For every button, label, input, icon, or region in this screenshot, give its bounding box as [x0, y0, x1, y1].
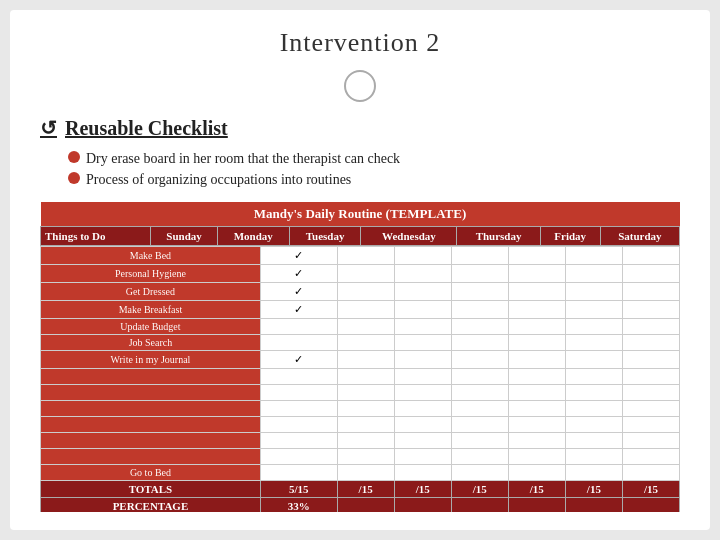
table-row	[41, 385, 680, 401]
title-divider	[344, 70, 376, 102]
day-cell: ✓	[260, 247, 337, 265]
day-cell	[451, 417, 508, 433]
day-cell	[565, 401, 622, 417]
day-cell	[508, 247, 565, 265]
day-cell	[508, 369, 565, 385]
day-cell	[394, 247, 451, 265]
day-cell	[565, 301, 622, 319]
table-row: Write in my Journal✓	[41, 351, 680, 369]
day-cell	[508, 465, 565, 481]
day-cell	[622, 283, 679, 301]
day-cell	[337, 301, 394, 319]
day-cell	[451, 247, 508, 265]
day-cell	[565, 417, 622, 433]
bullet-text-2: Process of organizing occupations into r…	[86, 169, 351, 190]
totals-cell	[508, 498, 565, 513]
table-row	[41, 369, 680, 385]
totals-cell	[337, 498, 394, 513]
day-cell	[622, 401, 679, 417]
table-row: Personal Hygiene✓	[41, 265, 680, 283]
col-header-saturday: Saturday	[600, 227, 679, 246]
day-cell	[622, 449, 679, 465]
task-cell	[41, 385, 261, 401]
task-cell	[41, 369, 261, 385]
day-cell	[508, 265, 565, 283]
totals-cell	[565, 498, 622, 513]
task-cell	[41, 417, 261, 433]
day-cell	[451, 401, 508, 417]
day-cell	[337, 247, 394, 265]
day-cell	[565, 465, 622, 481]
bullet-list: Dry erase board in her room that the the…	[68, 148, 680, 190]
day-cell	[394, 417, 451, 433]
day-cell	[260, 385, 337, 401]
day-cell	[622, 417, 679, 433]
day-cell	[622, 351, 679, 369]
day-cell	[394, 465, 451, 481]
col-header-thursday: Thursday	[457, 227, 540, 246]
task-cell: Make Bed	[41, 247, 261, 265]
bullet-icon-1	[68, 151, 80, 163]
task-cell	[41, 401, 261, 417]
day-cell	[394, 319, 451, 335]
table-row	[41, 449, 680, 465]
totals-cell: 33%	[260, 498, 337, 513]
routine-table: Mandy's Daily Routine (TEMPLATE) Things …	[40, 202, 680, 246]
day-cell	[622, 369, 679, 385]
day-cell	[394, 335, 451, 351]
day-cell	[337, 283, 394, 301]
day-cell	[260, 417, 337, 433]
day-cell	[260, 401, 337, 417]
col-header-friday: Friday	[540, 227, 600, 246]
day-cell	[394, 369, 451, 385]
day-cell	[337, 335, 394, 351]
totals-cell: /15	[337, 481, 394, 498]
section-heading-text: Reusable Checklist	[65, 117, 228, 140]
day-cell	[260, 369, 337, 385]
day-cell	[508, 417, 565, 433]
day-cell	[565, 351, 622, 369]
day-cell	[508, 385, 565, 401]
totals-cell	[394, 498, 451, 513]
col-header-things: Things to Do	[41, 227, 151, 246]
day-cell	[622, 265, 679, 283]
day-cell	[451, 283, 508, 301]
totals-cell: PERCENTAGE	[41, 498, 261, 513]
day-cell	[260, 465, 337, 481]
day-cell	[260, 433, 337, 449]
day-cell	[508, 301, 565, 319]
day-cell	[394, 351, 451, 369]
day-cell	[451, 449, 508, 465]
day-cell	[508, 351, 565, 369]
task-cell: Get Dressed	[41, 283, 261, 301]
day-cell	[337, 351, 394, 369]
day-cell	[565, 449, 622, 465]
day-cell	[337, 265, 394, 283]
day-cell	[394, 265, 451, 283]
totals-row: PERCENTAGE33%	[41, 498, 680, 513]
day-cell	[622, 385, 679, 401]
day-cell	[337, 369, 394, 385]
day-cell	[508, 335, 565, 351]
day-cell	[565, 433, 622, 449]
day-cell	[622, 465, 679, 481]
day-cell	[451, 385, 508, 401]
day-cell	[451, 335, 508, 351]
day-cell	[451, 465, 508, 481]
day-cell	[337, 433, 394, 449]
table-wrapper: Mandy's Daily Routine (TEMPLATE) Things …	[40, 202, 680, 512]
task-cell	[41, 449, 261, 465]
day-cell	[451, 319, 508, 335]
totals-cell	[451, 498, 508, 513]
day-cell: ✓	[260, 283, 337, 301]
day-cell	[394, 385, 451, 401]
bullet-item-1: Dry erase board in her room that the the…	[68, 148, 680, 169]
day-cell	[394, 401, 451, 417]
day-cell	[451, 433, 508, 449]
day-cell	[260, 319, 337, 335]
day-cell	[394, 433, 451, 449]
table-title-row: Mandy's Daily Routine (TEMPLATE)	[41, 202, 680, 227]
totals-cell: /15	[622, 481, 679, 498]
day-cell	[337, 401, 394, 417]
rewind-icon: ↺	[40, 116, 57, 140]
